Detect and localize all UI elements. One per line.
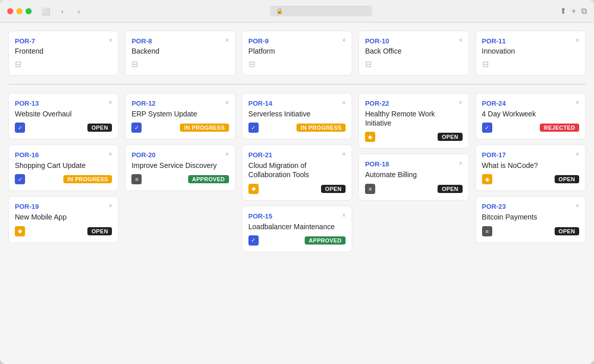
item-card-footer: ✓ OPEN [15,123,112,133]
item-card-title: Bitcoin Payments [482,212,579,222]
item-card-close[interactable]: × [342,212,346,219]
item-card-id[interactable]: POR-17 [482,151,506,159]
diamond-icon: ◆ [482,174,492,184]
item-card-close[interactable]: × [576,203,579,209]
forward-button[interactable]: › [72,6,86,17]
header-card-close[interactable]: × [576,37,579,43]
item-card-close[interactable]: × [459,100,463,106]
header-card-id[interactable]: POR-7 [15,37,35,45]
status-badge: IN PROGRESS [63,175,112,183]
item-card-footer: ✓ APPROVED [248,235,346,246]
item-card-id[interactable]: POR-16 [15,151,39,159]
check-icon: ✓ [248,123,259,133]
item-card-id[interactable]: POR-23 [482,203,506,210]
item-card-title: New Mobile App [15,212,112,222]
list-icon: ≡ [482,226,492,236]
item-card-por-24: POR-24 × 4 Day Workweek ✓ REJECTED [475,93,586,139]
item-card-footer: ≡ APPROVED [131,174,229,184]
item-card-id[interactable]: POR-18 [365,160,389,168]
item-card-por-14: POR-14 × Serverless Initiative ✓ IN PROG… [242,93,352,139]
check-icon: ✓ [15,174,25,184]
header-card-close[interactable]: × [225,37,229,43]
item-card-id[interactable]: POR-14 [248,100,272,107]
tabs-button[interactable]: ⧉ [581,7,587,16]
item-card-por-17: POR-17 × What is NoCode? ◆ OPEN [475,144,586,191]
url-bar[interactable]: 🔒 [270,6,372,16]
item-card-id[interactable]: POR-13 [15,100,39,107]
item-card-close[interactable]: × [576,151,579,157]
new-tab-button[interactable]: + [572,7,576,16]
item-card-close[interactable]: × [108,203,112,209]
status-badge: OPEN [438,133,462,141]
diamond-icon: ◆ [15,226,25,236]
item-card-footer: ≡ OPEN [365,184,462,194]
item-card-id[interactable]: POR-21 [248,151,272,159]
item-card-por-16: POR-16 × Shopping Cart Update ✓ IN PROGR… [8,144,119,191]
item-card-title: What is NoCode? [482,161,579,170]
item-card-id[interactable]: POR-19 [15,203,39,210]
header-card-id[interactable]: POR-8 [131,37,152,45]
item-card-footer: ✓ IN PROGRESS [248,123,346,133]
status-badge: IN PROGRESS [296,124,346,132]
header-row: POR-7 × Frontend ⊟ POR-8 × Backend ⊟ POR… [8,31,586,76]
status-badge: OPEN [87,124,112,132]
item-card-title: ERP System Update [131,109,229,118]
item-card-id[interactable]: POR-22 [365,100,389,107]
sidebar-toggle-icon[interactable]: ⬜ [40,6,51,17]
item-card-title: Serverless Initiative [248,109,346,118]
item-card-close[interactable]: × [576,100,579,106]
item-card-footer: ✓ REJECTED [482,123,579,133]
item-card-close[interactable]: × [342,151,346,157]
item-card-id[interactable]: POR-12 [131,100,155,107]
status-badge: OPEN [555,175,579,183]
item-card-title: Shopping Cart Update [15,161,112,170]
minimize-traffic-light[interactable] [16,8,22,14]
check-icon: ✓ [15,123,25,133]
item-card-title: 4 Day Workweek [482,109,579,118]
header-card-close[interactable]: × [108,37,112,43]
column-4: POR-22 × Healthy Remote Work Initiative … [358,93,469,201]
item-card-close[interactable]: × [108,100,112,106]
header-card-title: Backend [131,47,229,55]
check-icon: ✓ [482,123,492,133]
header-card-id[interactable]: POR-9 [248,37,269,45]
item-card-footer: ◆ OPEN [482,174,579,184]
item-card-id[interactable]: POR-20 [131,151,155,159]
header-card-id[interactable]: POR-11 [482,37,506,45]
check-icon: ✓ [131,123,142,133]
item-card-id[interactable]: POR-24 [482,100,506,107]
status-badge: OPEN [87,227,112,235]
list-icon: ≡ [131,174,142,184]
item-card-por-18: POR-18 × Automate Billing ≡ OPEN [358,154,469,200]
item-card-title: Website Overhaul [15,109,112,118]
item-card-close[interactable]: × [459,160,463,166]
item-card-footer: ✓ IN PROGRESS [15,174,112,184]
traffic-lights [7,8,32,14]
close-traffic-light[interactable] [7,8,13,14]
item-card-footer: ◆ OPEN [248,184,346,194]
share-button[interactable]: ⬆ [560,6,566,16]
item-card-id[interactable]: POR-15 [248,212,272,220]
portfolio-grid: POR-7 × Frontend ⊟ POR-8 × Backend ⊟ POR… [8,31,586,252]
header-card-close[interactable]: × [459,37,463,43]
item-card-close[interactable]: × [342,100,346,106]
item-card-close[interactable]: × [108,151,112,157]
bookmark-icon[interactable]: ⊟ [365,59,462,69]
item-card-footer: ≡ OPEN [482,226,579,236]
maximize-traffic-light[interactable] [26,8,32,14]
status-badge: APPROVED [188,175,229,183]
header-card-close[interactable]: × [342,37,346,43]
header-card-id[interactable]: POR-10 [365,37,389,45]
toolbar-right: ⬆ + ⧉ [560,6,587,16]
bookmark-icon[interactable]: ⊟ [248,59,346,69]
item-card-por-15: POR-15 × Loadbalancer Maintenance ✓ APPR… [242,206,352,252]
back-button[interactable]: ‹ [55,6,70,17]
check-icon: ✓ [248,235,259,246]
bookmark-icon[interactable]: ⊟ [482,59,579,69]
item-card-close[interactable]: × [225,100,229,106]
column-3: POR-14 × Serverless Initiative ✓ IN PROG… [242,93,352,252]
bookmark-icon[interactable]: ⊟ [131,59,229,69]
item-card-close[interactable]: × [225,151,229,157]
item-card-title: Healthy Remote Work Initiative [365,109,462,128]
bookmark-icon[interactable]: ⊟ [15,59,112,69]
